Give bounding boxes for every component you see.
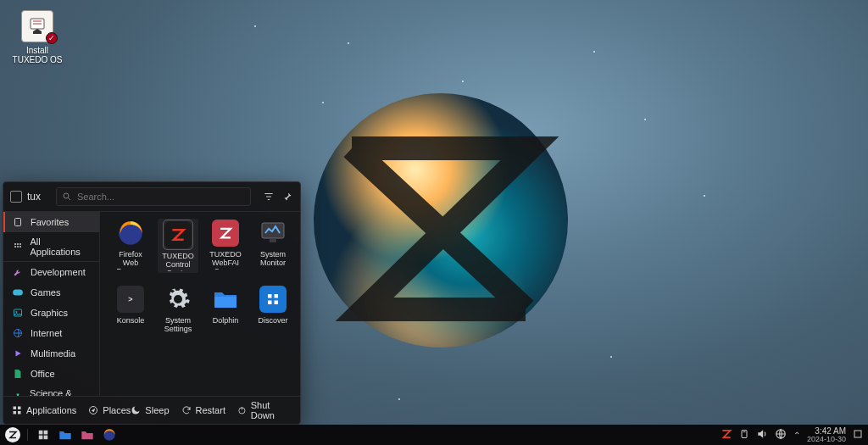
grid-icon bbox=[12, 405, 22, 415]
favorites-icon bbox=[12, 216, 24, 228]
svg-rect-22 bbox=[14, 411, 17, 414]
svg-point-4 bbox=[17, 243, 19, 245]
sidebar-label: Favorites bbox=[31, 217, 69, 227]
wrench-icon bbox=[12, 266, 24, 278]
discover-icon bbox=[259, 285, 287, 314]
app-label: Firefox Web Browser bbox=[110, 251, 151, 270]
sidebar-label: Office bbox=[31, 369, 55, 379]
app-label: Konsole bbox=[117, 317, 145, 325]
svg-rect-28 bbox=[39, 436, 43, 440]
filter-icon[interactable] bbox=[263, 191, 275, 203]
svg-point-8 bbox=[19, 246, 21, 248]
doc-icon bbox=[12, 368, 24, 380]
svg-rect-27 bbox=[44, 431, 48, 435]
app-tuxedo-webfai-crea-[interactable]: TUXEDO WebFAI Crea... bbox=[205, 219, 246, 273]
clock-time: 3:42 AM bbox=[807, 427, 846, 436]
app-label: Discover bbox=[258, 317, 287, 325]
sidebar-label: Science & Math bbox=[30, 388, 91, 396]
desktop-icon-label: Install TUXEDO OS bbox=[12, 46, 63, 64]
footer-sleep[interactable]: Sleep bbox=[131, 400, 169, 420]
tray-tuxedo-icon[interactable] bbox=[721, 428, 732, 442]
app-system-monitor[interactable]: System Monitor bbox=[253, 219, 293, 273]
svg-rect-20 bbox=[14, 407, 17, 410]
app-system-settings[interactable]: System Settings bbox=[158, 285, 198, 334]
sidebar-item-games[interactable]: Games bbox=[3, 282, 99, 303]
app-tuxedo-control-center[interactable]: TUXEDO Control Center bbox=[158, 219, 198, 273]
sidebar-label: All Applications bbox=[31, 236, 91, 257]
svg-point-6 bbox=[14, 246, 16, 248]
tray-show-desktop-icon[interactable] bbox=[853, 429, 863, 441]
app-discover[interactable]: Discover bbox=[253, 285, 293, 334]
settings-icon bbox=[164, 285, 192, 314]
tray-clipboard-icon[interactable] bbox=[739, 428, 749, 442]
tray-chevron-icon[interactable]: ⌃ bbox=[793, 431, 800, 440]
folder-icon bbox=[211, 285, 240, 314]
app-konsole[interactable]: >Konsole bbox=[110, 285, 151, 334]
sidebar-label: Graphics bbox=[31, 308, 68, 318]
power-icon bbox=[237, 405, 247, 415]
taskbar-files-icon[interactable] bbox=[57, 427, 74, 442]
svg-rect-18 bbox=[270, 239, 276, 242]
tray-network-icon[interactable] bbox=[775, 428, 787, 442]
svg-rect-29 bbox=[44, 436, 48, 440]
launcher-footer: Applications Places Sleep Restart Shut D… bbox=[3, 396, 300, 424]
svg-rect-23 bbox=[18, 411, 21, 414]
svg-rect-21 bbox=[18, 407, 21, 410]
svg-rect-2 bbox=[15, 219, 21, 226]
app-label: System Settings bbox=[158, 317, 198, 334]
svg-point-7 bbox=[17, 246, 19, 248]
terminal-icon: > bbox=[116, 285, 145, 314]
svg-point-5 bbox=[19, 243, 21, 245]
sidebar-label: Development bbox=[31, 267, 86, 277]
tray-volume-icon[interactable] bbox=[756, 428, 768, 442]
sidebar-item-office[interactable]: Office bbox=[3, 364, 99, 384]
clock-date: 2024-10-30 bbox=[807, 436, 846, 443]
moon-icon bbox=[131, 405, 141, 415]
firefox-icon bbox=[116, 219, 145, 248]
footer-shutdown[interactable]: Shut Down bbox=[237, 400, 292, 420]
restart-icon bbox=[181, 405, 192, 415]
tuxedo-red-icon bbox=[164, 220, 192, 249]
user-avatar-icon bbox=[10, 191, 22, 203]
start-button[interactable] bbox=[5, 427, 20, 442]
sidebar-item-graphics[interactable]: Graphics bbox=[3, 303, 99, 323]
svg-point-1 bbox=[64, 193, 69, 198]
app-label: Dolphin bbox=[213, 317, 239, 325]
taskbar-firefox-icon[interactable] bbox=[101, 427, 118, 442]
footer-restart[interactable]: Restart bbox=[181, 400, 225, 420]
sidebar-item-science-math[interactable]: Science & Math bbox=[3, 384, 99, 396]
app-dolphin[interactable]: Dolphin bbox=[205, 285, 246, 334]
gamepad-icon bbox=[12, 286, 24, 298]
tuxedo-rose-icon bbox=[211, 219, 240, 248]
app-label: TUXEDO Control Center bbox=[158, 253, 198, 271]
installer-badge-icon bbox=[46, 32, 58, 44]
svg-point-3 bbox=[14, 243, 16, 245]
pin-icon[interactable] bbox=[281, 191, 293, 203]
taskbar-files2-icon[interactable] bbox=[79, 427, 96, 442]
footer-places[interactable]: Places bbox=[88, 405, 131, 415]
taskbar-dashboard-icon[interactable] bbox=[35, 427, 52, 442]
sidebar-item-development[interactable]: Development bbox=[3, 262, 99, 282]
app-firefox-web-browser[interactable]: Firefox Web Browser bbox=[110, 219, 151, 273]
compass-icon bbox=[88, 405, 98, 415]
application-launcher: tux Favorites All Applications Developme… bbox=[3, 181, 301, 425]
search-input[interactable] bbox=[56, 187, 251, 206]
svg-rect-9 bbox=[13, 290, 23, 296]
launcher-header: tux bbox=[3, 182, 300, 212]
app-label: System Monitor bbox=[253, 251, 293, 268]
sidebar-item-internet[interactable]: Internet bbox=[3, 323, 99, 343]
search-field[interactable] bbox=[77, 192, 245, 202]
app-label: TUXEDO WebFAI Crea... bbox=[205, 251, 246, 270]
globe-icon bbox=[12, 327, 24, 339]
sidebar-item-all-applications[interactable]: All Applications bbox=[3, 232, 99, 262]
taskbar-clock[interactable]: 3:42 AM 2024-10-30 bbox=[807, 427, 846, 443]
desktop-icon-install-tuxedo[interactable]: Install TUXEDO OS bbox=[12, 10, 63, 64]
sidebar-label: Internet bbox=[31, 328, 62, 338]
launcher-sidebar: Favorites All Applications DevelopmentGa… bbox=[3, 212, 100, 396]
sidebar-item-favorites[interactable]: Favorites bbox=[3, 212, 99, 232]
footer-applications[interactable]: Applications bbox=[12, 405, 76, 415]
svg-rect-31 bbox=[742, 431, 747, 438]
svg-rect-19 bbox=[214, 297, 236, 308]
favorites-pane: Firefox Web BrowserTUXEDO Control Center… bbox=[100, 212, 300, 396]
sidebar-item-multimedia[interactable]: Multimedia bbox=[3, 343, 99, 364]
